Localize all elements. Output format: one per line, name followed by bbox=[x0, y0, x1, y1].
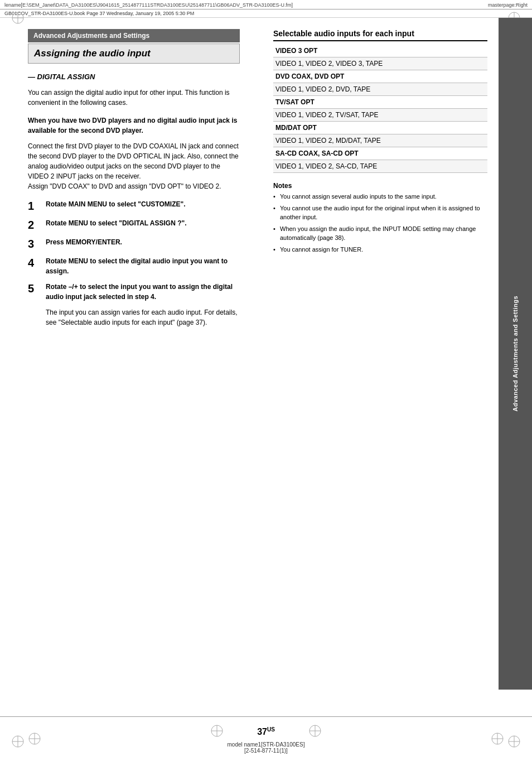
step-number-2: 2 bbox=[28, 218, 43, 232]
table-row: SA-CD COAX, SA-CD OPT bbox=[273, 147, 487, 160]
step-3-text: Press MEMORY/ENTER. bbox=[46, 238, 122, 246]
step-number-4: 4 bbox=[28, 256, 43, 269]
step-2-text: Rotate MENU to select "DIGITAL ASSIGN ?"… bbox=[46, 219, 187, 227]
selectable-title: Selectable audio inputs for each input bbox=[273, 29, 487, 41]
body-paragraph: Connect the first DVD player to the DVD … bbox=[28, 141, 240, 191]
note-item: When you assign the audio input, the INP… bbox=[273, 224, 487, 243]
table-row: DVD COAX, DVD OPT bbox=[273, 70, 487, 83]
step-5-subtext: The input you can assign varies for each… bbox=[46, 307, 240, 327]
step-content-1: Rotate MAIN MENU to select "CUSTOMIZE". bbox=[46, 199, 240, 209]
table-row: VIDEO 1, VIDEO 2, TV/SAT, TAPE bbox=[273, 109, 487, 122]
footer-right bbox=[491, 732, 504, 746]
sidebar-label: Advanced Adjustments and Settings bbox=[512, 296, 519, 411]
section-heading-main: Assigning the audio input bbox=[28, 44, 240, 64]
note-item: You cannot use the audio input for the o… bbox=[273, 204, 487, 222]
digital-assign-heading: — DIGITAL ASSIGN bbox=[28, 73, 240, 81]
notes-list: You cannot assign several audio inputs t… bbox=[273, 192, 487, 254]
step-number-3: 3 bbox=[28, 237, 43, 251]
registration-mark-center-left bbox=[210, 724, 224, 739]
table-row: VIDEO 1, VIDEO 2, SA-CD, TAPE bbox=[273, 160, 487, 173]
step-5-text: Rotate –/+ to select the input you want … bbox=[46, 283, 233, 301]
top-header: lename[E:\SEM_Janet\DATA_DA3100ES\J90416… bbox=[0, 0, 532, 9]
registration-mark-center-right bbox=[308, 724, 322, 739]
selectable-title-text: Selectable audio inputs for each input bbox=[273, 29, 414, 38]
step-3: 3 Press MEMORY/ENTER. bbox=[28, 237, 240, 251]
notes-title: Notes bbox=[273, 182, 487, 190]
step-number-5: 5 bbox=[28, 282, 43, 295]
table-row: VIDEO 1, VIDEO 2, DVD, TAPE bbox=[273, 83, 487, 96]
footer-left bbox=[28, 732, 41, 746]
bold-paragraph: When you have two DVD players and no dig… bbox=[28, 115, 240, 136]
page-footer: 37US model name1[STR-DA3100ES] [2-514-87… bbox=[0, 716, 532, 761]
right-content: Selectable audio inputs for each input V… bbox=[257, 18, 532, 690]
footer-center: 37US model name1[STR-DA3100ES] [2-514-87… bbox=[210, 724, 322, 754]
page-superscript: US bbox=[267, 726, 275, 733]
model-name: model name1[STR-DA3100ES] bbox=[228, 741, 305, 748]
table-row: VIDEO 1, VIDEO 2, MD/DAT, TAPE bbox=[273, 134, 487, 147]
left-content: Advanced Adjustments and Settings Assign… bbox=[0, 18, 257, 690]
table-row: MD/DAT OPT bbox=[273, 122, 487, 134]
step-content-5: Rotate –/+ to select the input you want … bbox=[46, 282, 240, 302]
audio-table: VIDEO 3 OPTVIDEO 1, VIDEO 2, VIDEO 3, TA… bbox=[273, 45, 487, 173]
table-row: TV/SAT OPT bbox=[273, 96, 487, 109]
section-heading-gray: Advanced Adjustments and Settings bbox=[28, 29, 240, 42]
table-row: VIDEO 3 OPT bbox=[273, 45, 487, 57]
step-4: 4 Rotate MENU to select the digital audi… bbox=[28, 256, 240, 276]
step-1-text: Rotate MAIN MENU to select "CUSTOMIZE". bbox=[46, 200, 186, 208]
intro-text: You can assign the digital audio input f… bbox=[28, 88, 240, 108]
note-item: You cannot assign several audio inputs t… bbox=[273, 192, 487, 201]
step-content-4: Rotate MENU to select the digital audio … bbox=[46, 256, 240, 276]
note-item: You cannot assign for TUNER. bbox=[273, 245, 487, 254]
vertical-sidebar: Advanced Adjustments and Settings bbox=[499, 18, 532, 690]
model-number: [2-514-877-11(1)] bbox=[244, 748, 288, 754]
file-path: lename[E:\SEM_Janet\DATA_DA3100ES\J90416… bbox=[4, 2, 293, 8]
step-number-1: 1 bbox=[28, 199, 43, 213]
masterpage: masterpage:Right bbox=[488, 2, 528, 8]
page-number: 37US bbox=[257, 726, 275, 737]
step-2: 2 Rotate MENU to select "DIGITAL ASSIGN … bbox=[28, 218, 240, 232]
step-4-text: Rotate MENU to select the digital audio … bbox=[46, 257, 228, 275]
step-content-2: Rotate MENU to select "DIGITAL ASSIGN ?"… bbox=[46, 218, 240, 228]
registration-mark-left bbox=[28, 732, 41, 746]
step-content-3: Press MEMORY/ENTER. bbox=[46, 237, 240, 247]
table-row: VIDEO 1, VIDEO 2, VIDEO 3, TAPE bbox=[273, 57, 487, 70]
step-1: 1 Rotate MAIN MENU to select "CUSTOMIZE"… bbox=[28, 199, 240, 213]
step-5: 5 Rotate –/+ to select the input you wan… bbox=[28, 282, 240, 302]
sub-header: GB01COV_STR-DA3100ES-U.book Page 37 Wedn… bbox=[0, 9, 532, 18]
page-number-value: 37 bbox=[257, 727, 267, 736]
